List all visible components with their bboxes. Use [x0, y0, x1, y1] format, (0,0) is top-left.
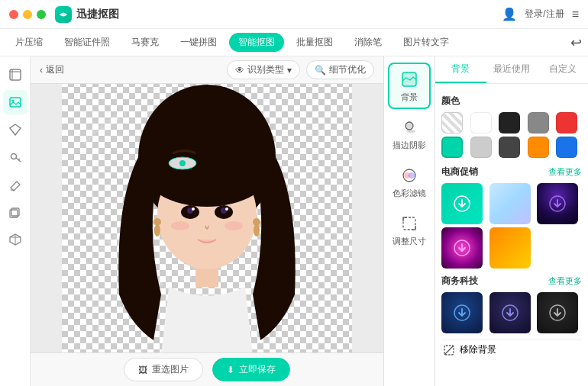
color-swatch-white[interactable]: [470, 112, 492, 133]
svg-point-38: [406, 130, 415, 133]
reselect-label: 重选图片: [152, 363, 189, 376]
tab-smart-cutout[interactable]: 智能抠图: [229, 33, 284, 52]
svg-point-30: [254, 224, 260, 236]
ecommerce-see-more[interactable]: 查看更多: [548, 166, 582, 178]
tool-shadow-label: 描边阴影: [393, 140, 426, 151]
refine-button[interactable]: 🔍 细节优化: [306, 60, 374, 79]
canvas: VIP万无印保存 VIP万无印保存 VIP万无印保存 VIP万无印保存 VIP万…: [62, 84, 352, 352]
left-sidebar: [0, 56, 31, 386]
tool-resize[interactable]: 调整尺寸: [388, 207, 431, 253]
tool-filter-label: 色彩滤镜: [393, 188, 426, 199]
editor-area: ‹ 返回 👁 识别类型 ▾ 🔍 细节优化 VIP万无印保存 VIP万无印保存: [31, 56, 383, 386]
back-label: 返回: [46, 63, 64, 76]
person-image: [62, 84, 352, 352]
tab-batch[interactable]: 批量抠图: [287, 33, 342, 52]
business-see-more[interactable]: 查看更多: [548, 275, 582, 287]
recognize-type-button[interactable]: 👁 识别类型 ▾: [227, 60, 300, 79]
color-swatch-teal[interactable]: [441, 137, 463, 158]
business-thumb-3[interactable]: [537, 292, 578, 333]
recognize-label: 识别类型: [247, 63, 284, 76]
color-section-title: 颜色: [441, 95, 582, 108]
filter-icon: [399, 165, 420, 186]
business-thumb-1[interactable]: [441, 292, 483, 333]
svg-point-19: [225, 221, 243, 230]
chevron-down-icon: ▾: [287, 65, 292, 76]
close-button[interactable]: [9, 10, 18, 19]
ecommerce-thumb-3[interactable]: [537, 183, 578, 224]
ecommerce-thumb-4[interactable]: [441, 227, 483, 269]
right-tab-recent[interactable]: 最近使用: [486, 56, 538, 83]
minimize-button[interactable]: [23, 10, 32, 19]
tool-shadow[interactable]: 描边阴影: [388, 111, 431, 157]
tool-background[interactable]: 背景: [388, 63, 431, 109]
color-swatch-transparent[interactable]: [441, 112, 463, 133]
right-panel: 背景 最近使用 自定义 颜色 电商促销 查看更多: [435, 56, 588, 386]
sidebar-icon-image[interactable]: [3, 90, 27, 114]
editor-toolbar: ‹ 返回 👁 识别类型 ▾ 🔍 细节优化: [31, 56, 383, 84]
svg-point-6: [11, 154, 16, 159]
svg-rect-0: [10, 69, 21, 80]
tool-filter[interactable]: 色彩滤镜: [388, 159, 431, 205]
color-swatch-black[interactable]: [499, 112, 520, 133]
sidebar-icon-edit[interactable]: [3, 172, 27, 197]
ecommerce-thumb-2[interactable]: [489, 183, 531, 224]
business-section-header: 商务科技 查看更多: [441, 275, 582, 288]
business-title: 商务科技: [441, 275, 478, 288]
search-icon: 🔍: [315, 65, 326, 76]
svg-point-25: [225, 207, 228, 211]
back-arrow-icon: ‹: [40, 65, 43, 76]
editor-footer: 🖼 重选图片 ⬇ 立即保存: [31, 352, 383, 386]
ecommerce-thumb-1[interactable]: [441, 183, 483, 224]
app-logo: [55, 6, 72, 23]
tool-panel: 背景 描边阴影 色彩滤镜 调整尺寸: [383, 56, 435, 386]
ecommerce-title: 电商促销: [441, 166, 478, 179]
maximize-button[interactable]: [37, 10, 46, 19]
business-thumb-2[interactable]: [489, 292, 531, 333]
sidebar-icon-layers[interactable]: [3, 200, 27, 224]
window-controls: [9, 10, 46, 19]
tool-resize-label: 调整尺寸: [393, 236, 426, 247]
color-swatch-red[interactable]: [556, 112, 577, 133]
login-button[interactable]: 登录/注册: [525, 8, 564, 21]
svg-point-28: [154, 224, 160, 236]
tab-id-photo[interactable]: 智能证件照: [55, 33, 119, 52]
nav-tabs: 片压缩 智能证件照 马赛克 一键拼图 智能抠图 批量抠图 消除笔 图片转文字 ↩: [0, 29, 588, 56]
right-tab-custom[interactable]: 自定义: [537, 56, 588, 83]
sidebar-icon-key[interactable]: [3, 145, 27, 169]
color-swatch-gray[interactable]: [528, 112, 549, 133]
color-swatch-light-gray[interactable]: [470, 137, 492, 158]
download-icon: ⬇: [227, 365, 234, 375]
resize-icon: [399, 213, 420, 234]
remove-bg-label: 移除背景: [460, 343, 496, 356]
reselect-button[interactable]: 🖼 重选图片: [124, 358, 203, 381]
svg-line-51: [444, 346, 454, 355]
tab-eraser[interactable]: 消除笔: [345, 33, 391, 52]
color-swatch-blue[interactable]: [556, 137, 577, 158]
sidebar-icon-cube[interactable]: [3, 227, 27, 252]
save-label: 立即保存: [239, 363, 276, 376]
undo-button[interactable]: ↩: [570, 34, 582, 51]
user-icon: 👤: [502, 7, 517, 21]
right-panel-content: 颜色 电商促销 查看更多: [435, 84, 588, 386]
menu-icon[interactable]: ≡: [572, 8, 579, 21]
right-tab-background[interactable]: 背景: [435, 56, 486, 83]
svg-point-18: [171, 221, 189, 230]
svg-point-4: [11, 100, 14, 102]
back-button[interactable]: ‹ 返回: [40, 63, 64, 76]
sidebar-icon-diamond[interactable]: [3, 117, 27, 142]
tab-img-to-text[interactable]: 图片转文字: [394, 33, 458, 52]
refine-label: 细节优化: [329, 63, 366, 76]
remove-bg-button[interactable]: 移除背景: [441, 339, 582, 359]
tab-collage[interactable]: 一键拼图: [171, 33, 226, 52]
color-swatch-dark[interactable]: [499, 137, 520, 158]
tab-compress[interactable]: 片压缩: [6, 33, 52, 52]
save-button[interactable]: ⬇ 立即保存: [212, 358, 290, 381]
tab-mosaic[interactable]: 马赛克: [122, 33, 168, 52]
sidebar-icon-crop[interactable]: [3, 63, 27, 87]
image-icon: 🖼: [138, 365, 147, 375]
shadow-icon: [399, 117, 420, 138]
ecommerce-thumb-5[interactable]: [489, 227, 531, 269]
canvas-container: VIP万无印保存 VIP万无印保存 VIP万无印保存 VIP万无印保存 VIP万…: [31, 84, 383, 352]
color-swatch-orange[interactable]: [528, 137, 549, 158]
main-content: ‹ 返回 👁 识别类型 ▾ 🔍 细节优化 VIP万无印保存 VIP万无印保存: [0, 56, 588, 386]
